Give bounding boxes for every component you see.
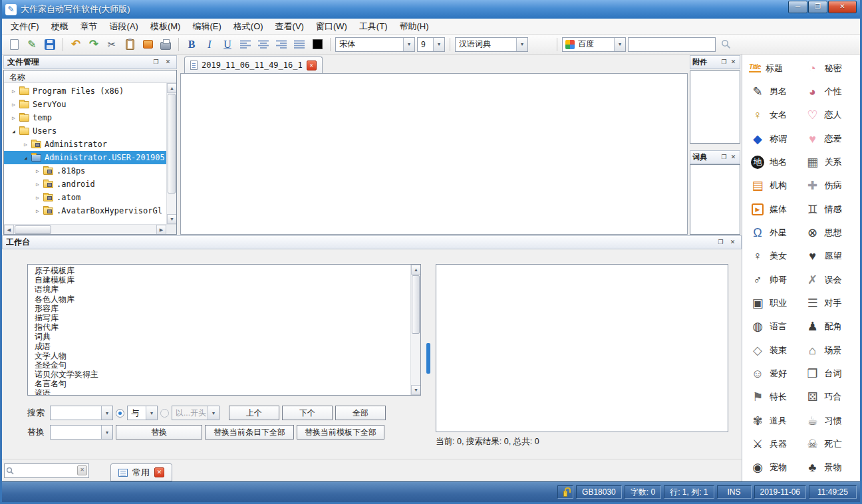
scrollbar-thumb[interactable] bbox=[168, 94, 176, 193]
close-button[interactable]: ✕ bbox=[828, 1, 857, 13]
bold-button[interactable]: B bbox=[184, 37, 200, 53]
export-button[interactable] bbox=[140, 37, 156, 53]
italic-button[interactable]: I bbox=[202, 37, 217, 53]
align-center-button[interactable] bbox=[255, 37, 271, 53]
library-list[interactable]: 原子模板库 自建模板库 语境库 各色人物库 形容库 bbox=[28, 265, 410, 395]
align-right-button[interactable] bbox=[273, 37, 289, 53]
restore-button[interactable]: ❐ bbox=[808, 1, 827, 13]
tree-item[interactable]: .AvatarBoxHypervisorGl bbox=[4, 204, 166, 217]
font-size-select[interactable]: 9 ▾ bbox=[417, 37, 445, 52]
tree-expander-icon[interactable] bbox=[33, 208, 42, 214]
library-list-item[interactable]: 词典 bbox=[28, 332, 410, 341]
tree-expander-icon[interactable] bbox=[9, 88, 18, 94]
library-list-item[interactable]: 形容库 bbox=[28, 304, 410, 313]
edit-button[interactable]: ✎ bbox=[24, 37, 40, 53]
cut-button[interactable]: ✂ bbox=[104, 37, 120, 53]
float-panel-icon[interactable]: ❐ bbox=[151, 58, 161, 67]
sidebar-item[interactable]: ◉ 宠物 bbox=[749, 457, 804, 479]
menu-item[interactable]: 帮助(H) bbox=[393, 19, 434, 35]
scrollbar-thumb[interactable] bbox=[15, 225, 51, 234]
scroll-down-icon[interactable]: ▼ bbox=[411, 385, 421, 395]
sidebar-item[interactable]: 地 地名 bbox=[749, 151, 804, 173]
library-list-item[interactable]: 描写库 bbox=[28, 313, 410, 322]
tree-expander-icon[interactable] bbox=[9, 128, 18, 134]
scroll-down-icon[interactable]: ▼ bbox=[167, 214, 177, 224]
tree-expander-icon[interactable] bbox=[21, 155, 30, 161]
align-left-button[interactable] bbox=[237, 37, 253, 53]
scroll-left-icon[interactable]: ◀ bbox=[4, 225, 14, 235]
sidebar-item[interactable]: ⚄ 巧合 bbox=[804, 386, 859, 408]
library-list-item[interactable]: 圣经金句 bbox=[28, 360, 410, 370]
close-panel-icon[interactable]: ✕ bbox=[728, 238, 738, 247]
attachments-list[interactable] bbox=[690, 70, 740, 144]
float-panel-icon[interactable]: ❐ bbox=[716, 238, 726, 247]
sidebar-item[interactable]: ◔ 秘密 bbox=[804, 57, 859, 79]
sidebar-item[interactable]: ❐ 台词 bbox=[804, 362, 859, 384]
menu-item[interactable]: 模板(M) bbox=[144, 19, 187, 35]
titlebar[interactable]: ✎ 大作家自动写作软件(大师版) ─ ❐ ✕ bbox=[2, 0, 860, 19]
menu-item[interactable]: 文件(F) bbox=[5, 19, 45, 35]
undo-button[interactable]: ↶ bbox=[68, 37, 84, 53]
tree-item[interactable]: ServYou bbox=[4, 98, 166, 111]
close-panel-icon[interactable]: ✕ bbox=[729, 153, 738, 162]
match-mode-radio[interactable] bbox=[116, 409, 124, 418]
tree-vertical-scrollbar[interactable]: ▲ ▼ bbox=[166, 83, 176, 224]
library-list-item[interactable]: 文学人物 bbox=[28, 351, 410, 360]
document-tab[interactable]: 2019_11_06_11_49_16_1 ✕ bbox=[184, 57, 323, 73]
sidebar-item[interactable]: ♥ 恋爱 bbox=[804, 128, 859, 150]
sidebar-item[interactable]: ◇ 装束 bbox=[749, 339, 804, 361]
library-list-item[interactable]: 名言名句 bbox=[28, 379, 410, 388]
scrollbar-track[interactable] bbox=[167, 194, 176, 214]
sidebar-item[interactable]: ✚ 伤病 bbox=[804, 175, 859, 197]
tree-item[interactable]: .atom bbox=[4, 191, 166, 204]
library-list-item[interactable]: 各色人物库 bbox=[28, 295, 410, 304]
underline-button[interactable]: U bbox=[219, 37, 235, 53]
library-list-item[interactable]: 诺贝尔文学奖得主 bbox=[28, 370, 410, 379]
scroll-right-icon[interactable]: ▶ bbox=[156, 225, 166, 235]
sidebar-item[interactable]: ◍ 语言 bbox=[749, 316, 804, 338]
menu-item[interactable]: 编辑(E) bbox=[186, 19, 227, 35]
scroll-up-icon[interactable]: ▲ bbox=[411, 265, 421, 275]
library-list-item[interactable]: 谚语 bbox=[28, 388, 410, 395]
new-document-button[interactable] bbox=[6, 37, 22, 53]
tree-horizontal-scrollbar[interactable]: ◀ ▶ bbox=[4, 224, 176, 234]
scrollbar-track[interactable] bbox=[411, 334, 420, 385]
tab-filter-input[interactable] bbox=[15, 466, 76, 475]
sidebar-item[interactable]: ♀ 女名 bbox=[749, 104, 804, 126]
tree-item[interactable]: temp bbox=[4, 111, 166, 124]
sidebar-item[interactable]: ☠ 死亡 bbox=[804, 434, 859, 455]
sidebar-item[interactable]: ☰ 对手 bbox=[804, 292, 859, 314]
sidebar-item[interactable]: ♟ 配角 bbox=[804, 316, 859, 338]
library-list-item[interactable]: 成语 bbox=[28, 342, 410, 351]
sidebar-item[interactable]: ⚑ 特长 bbox=[749, 386, 804, 408]
sidebar-item[interactable]: ✗ 误会 bbox=[804, 269, 859, 291]
tree-item[interactable]: Administrator.USER-201905 bbox=[4, 151, 166, 164]
sidebar-item[interactable]: ⚔ 兵器 bbox=[749, 434, 804, 455]
tree-item[interactable]: Users bbox=[4, 124, 166, 138]
replace-button[interactable]: 替换 bbox=[116, 425, 202, 440]
startswith-radio[interactable] bbox=[160, 409, 169, 418]
print-button[interactable] bbox=[158, 37, 174, 53]
clear-filter-icon[interactable]: ✕ bbox=[77, 465, 87, 475]
sidebar-item[interactable]: ▦ 关系 bbox=[804, 151, 859, 173]
web-search-input[interactable] bbox=[628, 37, 716, 52]
menu-item[interactable]: 格式(O) bbox=[227, 19, 269, 35]
paste-button[interactable] bbox=[122, 37, 138, 53]
tree-item[interactable]: .android bbox=[4, 178, 166, 191]
sidebar-item[interactable]: ✾ 道具 bbox=[749, 410, 804, 432]
tree-column-header[interactable]: 名称 bbox=[4, 70, 176, 83]
sidebar-item[interactable]: ♣ 景物 bbox=[804, 457, 859, 479]
tree-item[interactable]: Administrator bbox=[4, 138, 166, 151]
scrollbar-track[interactable] bbox=[14, 225, 156, 235]
library-vertical-scrollbar[interactable]: ▲ ▼ bbox=[410, 265, 420, 395]
sidebar-item[interactable]: ♥ 愿望 bbox=[804, 245, 859, 267]
float-panel-icon[interactable]: ❐ bbox=[720, 153, 728, 162]
sidebar-item[interactable]: ♂ 帅哥 bbox=[749, 269, 804, 291]
tree-expander-icon[interactable] bbox=[33, 195, 42, 201]
scrollbar-thumb[interactable] bbox=[412, 275, 420, 334]
sidebar-item[interactable]: ◕ 个性 bbox=[804, 80, 859, 102]
redo-button[interactable]: ↷ bbox=[86, 37, 102, 53]
font-family-select[interactable]: 宋体 ▾ bbox=[335, 37, 415, 52]
dictionary-list[interactable] bbox=[690, 164, 740, 235]
dictionary-select[interactable]: 汉语词典 ▾ bbox=[455, 37, 528, 52]
